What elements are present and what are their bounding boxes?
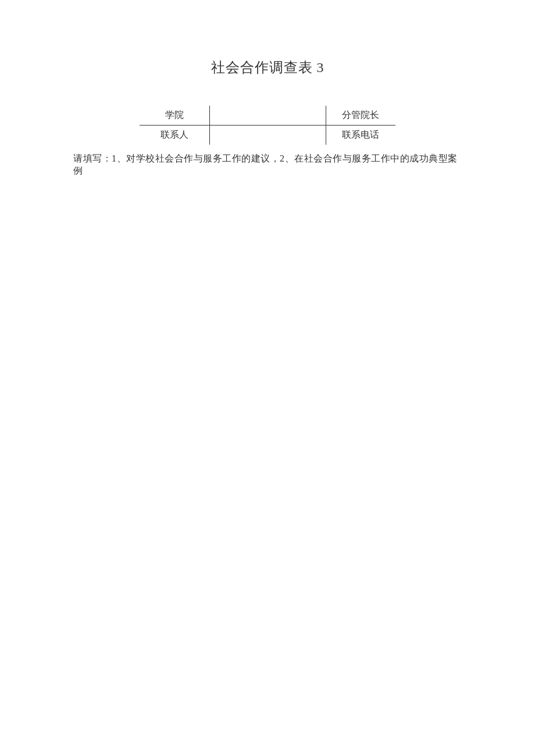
- table-row: 联系人 联系电话: [140, 126, 395, 145]
- label-phone: 联系电话: [326, 126, 395, 145]
- page-title: 社会合作调查表 3: [70, 58, 465, 77]
- label-contact: 联系人: [140, 126, 209, 145]
- value-contact[interactable]: [209, 126, 326, 145]
- label-college: 学院: [140, 106, 209, 126]
- table-row: 学院 分管院长: [140, 106, 395, 126]
- label-dean: 分管院长: [326, 106, 395, 126]
- form-table: 学院 分管院长 联系人 联系电话: [140, 106, 395, 145]
- instruction-text: 请填写：1、对学校社会合作与服务工作的建议，2、在社会合作与服务工作中的成功典型…: [70, 153, 465, 177]
- value-college[interactable]: [209, 106, 326, 126]
